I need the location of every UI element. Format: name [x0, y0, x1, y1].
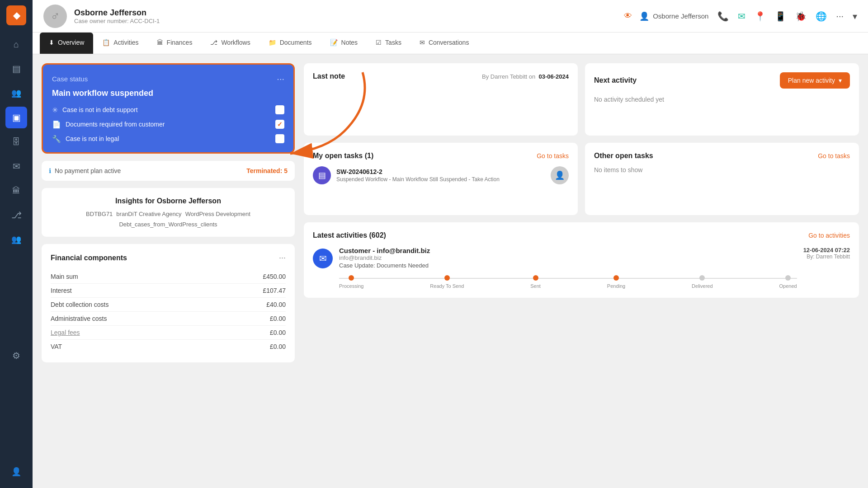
- sidebar-item-cases[interactable]: ▤: [5, 58, 27, 80]
- my-tasks-header: My open tasks (1) Go to tasks: [313, 152, 569, 160]
- case-status-menu-icon[interactable]: ···: [277, 74, 284, 84]
- finances-tab-icon: 🏛: [157, 39, 163, 46]
- documents-required-icon: 📄: [52, 120, 61, 129]
- dropdown-icon[interactable]: ▾: [853, 11, 857, 22]
- left-panel: Case status ··· Main workflow suspended …: [42, 63, 295, 479]
- sidebar-item-records[interactable]: ▣: [5, 107, 27, 128]
- activity-timeline: Processing Ready To Send Sent: [339, 275, 797, 289]
- my-tasks-title: My open tasks (1): [313, 152, 373, 160]
- sidebar-item-user-avatar[interactable]: 👤: [5, 461, 27, 483]
- case-status-item-1: 📄 Documents required from customer: [52, 120, 284, 129]
- sidebar-item-branch[interactable]: ⎇: [5, 204, 27, 226]
- tab-tasks[interactable]: ☑ Tasks: [367, 33, 410, 54]
- case-gender-icon: ♂: [51, 9, 60, 23]
- team-icon: 👥: [11, 235, 21, 244]
- app-logo[interactable]: ◆: [6, 5, 26, 25]
- sidebar: ◆ ⌂ ▤ 👥 ▣ 🗄 ✉ 🏛 ⎇ 👥 ⚙ 👤: [0, 0, 33, 488]
- location-icon[interactable]: 📍: [755, 11, 766, 22]
- sidebar-item-database[interactable]: 🗄: [5, 131, 27, 153]
- case-status-checkbox-0[interactable]: [275, 105, 284, 114]
- tab-notes[interactable]: 📝 Notes: [321, 33, 367, 54]
- right-top-row: Last note By Darren Tebbitt on 03-06-202…: [304, 63, 859, 136]
- database-icon: 🗄: [12, 137, 20, 147]
- tab-conversations[interactable]: ✉ Conversations: [410, 33, 478, 54]
- notes-tab-label: Notes: [341, 39, 358, 46]
- case-status-checkbox-2[interactable]: [275, 134, 284, 143]
- globe-icon[interactable]: 🌐: [816, 11, 827, 22]
- activity-item: ✉ Customer - info@brandit.biz info@brand…: [313, 247, 850, 289]
- insights-tag-3[interactable]: Debt_cases_from_WordPress_clients: [119, 221, 217, 228]
- timeline-step-5: Opened: [779, 275, 797, 289]
- other-tasks-title: Other open tasks: [594, 152, 653, 160]
- overview-tab-icon: ⬇: [49, 39, 54, 46]
- insights-tag-2[interactable]: WordPress Development: [185, 211, 250, 217]
- terminated-label[interactable]: Terminated: 5: [246, 167, 288, 174]
- tab-documents[interactable]: 📁 Documents: [259, 33, 321, 54]
- activity-subject: Case Update: Documents Needed: [339, 262, 797, 269]
- timeline-dot-3: [613, 275, 619, 281]
- eye-icon[interactable]: 👁: [624, 11, 632, 21]
- content-wrapper: Case status ··· Main workflow suspended …: [33, 54, 868, 488]
- financial-row-1: Interest £107.47: [51, 284, 286, 298]
- tasks-tab-label: Tasks: [385, 39, 401, 46]
- activity-info: Customer - info@brandit.biz info@brandit…: [339, 247, 797, 289]
- insights-tag-0[interactable]: BDTBG71: [86, 211, 113, 217]
- financial-header: Financial components ···: [51, 253, 286, 263]
- sidebar-item-team[interactable]: 👥: [5, 229, 27, 250]
- phone-icon[interactable]: 📞: [717, 11, 729, 22]
- activities-header: Latest activities (602) Go to activities: [313, 231, 850, 239]
- finances-tab-label: Finances: [167, 39, 193, 46]
- financial-label-2: Debt collection costs: [51, 301, 108, 308]
- topbar-info: Osborne Jefferson Case owner number: ACC…: [74, 8, 615, 24]
- user-avatar-icon: 👤: [11, 467, 21, 477]
- plan-new-activity-button[interactable]: Plan new activity ▾: [780, 72, 850, 89]
- timeline-steps: Processing Ready To Send Sent: [339, 275, 797, 289]
- insights-tag-1[interactable]: branDiT Creative Agency: [116, 211, 181, 217]
- tab-activities[interactable]: 📋 Activities: [93, 33, 147, 54]
- info-icon: ℹ: [49, 167, 51, 174]
- more-icon[interactable]: ···: [836, 11, 844, 21]
- other-tasks-header: Other open tasks Go to tasks: [594, 152, 850, 160]
- go-to-tasks-link[interactable]: Go to tasks: [537, 152, 569, 160]
- people-icon: 👥: [11, 88, 21, 98]
- timeline-dot-2: [533, 275, 538, 281]
- go-to-activities-link[interactable]: Go to activities: [808, 232, 850, 239]
- financial-row-3: Administrative costs £0.00: [51, 312, 286, 326]
- tab-bar: ⬇ Overview 📋 Activities 🏛 Finances ⎇ Wor…: [33, 33, 868, 54]
- task-item: ▤ SW-20240612-2 Suspended Workflow - Mai…: [313, 166, 569, 184]
- plan-btn-chevron: ▾: [839, 77, 842, 84]
- documents-tab-label: Documents: [280, 39, 312, 46]
- topbar: ♂ Osborne Jefferson Case owner number: A…: [33, 0, 868, 33]
- sidebar-item-mail[interactable]: ✉: [5, 155, 27, 177]
- tab-finances[interactable]: 🏛 Finances: [148, 33, 202, 54]
- sidebar-item-settings[interactable]: ⚙: [5, 345, 27, 366]
- financial-label-3: Administrative costs: [51, 315, 107, 322]
- task-info: SW-20240612-2 Suspended Workflow - Main …: [336, 168, 500, 183]
- financial-value-1: £107.47: [263, 287, 286, 294]
- sidebar-item-people[interactable]: 👥: [5, 82, 27, 104]
- plan-btn-label: Plan new activity: [788, 77, 835, 84]
- legal-fees-link[interactable]: Legal fees: [51, 329, 80, 336]
- records-icon: ▣: [12, 112, 21, 123]
- task-id: SW-20240612-2: [336, 168, 500, 175]
- task-icon: ▤: [313, 166, 331, 184]
- sidebar-item-bank[interactable]: 🏛: [5, 180, 27, 202]
- case-status-checkbox-1[interactable]: [275, 120, 284, 129]
- financial-dots-icon[interactable]: ···: [279, 253, 286, 263]
- activity-email: info@brandit.biz: [339, 254, 797, 261]
- bug-icon[interactable]: 🐞: [795, 11, 807, 22]
- other-go-to-tasks-link[interactable]: Go to tasks: [818, 152, 850, 160]
- tab-overview[interactable]: ⬇ Overview: [40, 33, 93, 54]
- case-status-title: Case status: [52, 75, 88, 83]
- timeline-dot-5: [785, 275, 791, 281]
- topbar-mail-icon[interactable]: ✉: [738, 11, 745, 22]
- case-status-header: Case status ···: [52, 74, 284, 84]
- sidebar-item-home[interactable]: ⌂: [5, 33, 27, 55]
- mobile-icon[interactable]: 📱: [775, 11, 786, 22]
- main-content: ♂ Osborne Jefferson Case owner number: A…: [33, 0, 868, 488]
- case-status-item-0: ✳ Case is not in debt support: [52, 105, 284, 114]
- timeline-dot-1: [444, 275, 450, 281]
- tab-workflows[interactable]: ⎇ Workflows: [201, 33, 259, 54]
- case-status-items: ✳ Case is not in debt support 📄 Document…: [52, 105, 284, 143]
- task-assignee-avatar: 👤: [551, 166, 569, 184]
